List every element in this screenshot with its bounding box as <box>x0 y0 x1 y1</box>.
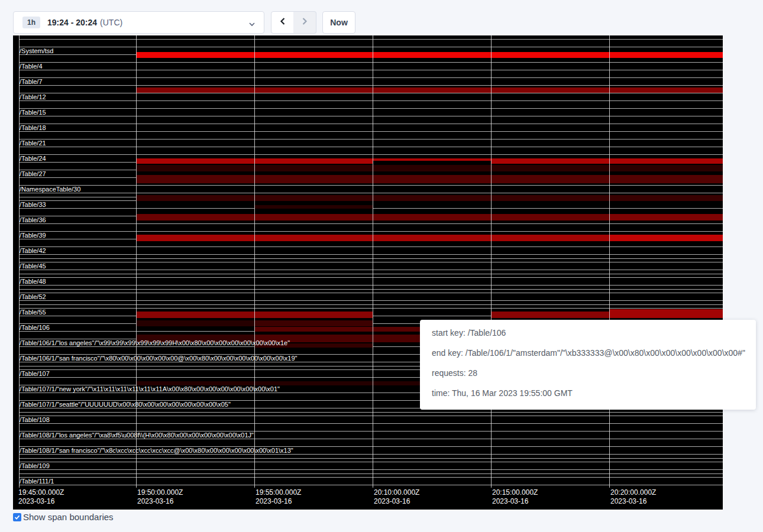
tooltip-start-key: start key: /Table/106 <box>432 327 744 339</box>
heatmap-band <box>254 205 373 209</box>
time-gridline <box>136 35 137 488</box>
span-boundary-line <box>19 462 723 462</box>
span-boundary-line <box>19 246 723 247</box>
span-boundary-line <box>19 39 723 40</box>
span-boundary-line <box>19 254 723 255</box>
span-label: /Table/33 <box>20 202 46 208</box>
now-button[interactable]: Now <box>322 11 355 34</box>
heatmap-band <box>373 161 491 164</box>
tooltip-end-key: end key: /Table/106/1/"amsterdam"/"\xb33… <box>432 347 744 359</box>
span-label: /Table/18 <box>20 125 46 131</box>
time-gridline <box>491 35 492 488</box>
key-visualizer-heatmap[interactable]: /System/tsd/Table/4/Table/7/Table/12/Tab… <box>13 35 723 510</box>
time-axis-date: 2023-03-16 <box>18 497 54 505</box>
time-range-duration-badge: 1h <box>22 17 40 28</box>
span-boundary-line <box>19 458 723 459</box>
span-boundary-line <box>19 231 723 232</box>
span-boundary-line <box>19 131 723 132</box>
heatmap-band <box>609 235 723 241</box>
span-label: /Table/106 <box>20 325 50 331</box>
span-boundary-line <box>19 412 723 413</box>
span-boundary-line <box>19 308 723 309</box>
span-label: /Table/111/1 <box>20 478 54 485</box>
heatmap-band <box>136 87 723 93</box>
time-gridline <box>609 35 610 488</box>
span-label: /Table/108/1/"san francisco"/"\x8c\xcc\x… <box>20 447 293 454</box>
time-prev-button[interactable] <box>271 11 294 34</box>
span-label: /Table/42 <box>20 248 46 254</box>
tooltip-time: time: Thu, 16 Mar 2023 19:55:00 GMT <box>432 387 744 399</box>
span-boundary-line <box>19 93 723 93</box>
span-label: /Table/107/1/"seattle"/"UUUUUUD\x00\x80\… <box>20 401 231 408</box>
span-label: /NamespaceTable/30 <box>20 186 80 193</box>
span-boundary-line <box>19 285 723 286</box>
span-boundary-line <box>19 439 723 439</box>
span-boundary-line <box>19 193 723 193</box>
span-label: /Table/7 <box>20 79 43 85</box>
span-boundary-line <box>19 270 723 270</box>
heatmap-band <box>136 175 723 183</box>
time-range-text: 19:24 - 20:24 <box>47 18 97 27</box>
heatmap-band <box>136 195 723 201</box>
span-boundary-line <box>19 289 723 290</box>
span-label: /Table/108/1/"los angeles"/"\xa8\xf5\u00… <box>20 432 254 439</box>
span-boundary-line <box>19 473 723 474</box>
time-axis-time: 19:55:00.000Z <box>256 488 301 497</box>
span-boundary-line <box>19 477 723 478</box>
span-boundary-line <box>19 124 723 124</box>
show-span-boundaries-checkbox[interactable] <box>13 513 21 521</box>
span-label: /Table/21 <box>20 140 46 147</box>
span-label: /Table/106/1/"san francisco"/"\x80\x00\x… <box>20 355 298 362</box>
time-axis-date: 2023-03-16 <box>137 497 173 505</box>
span-label: /System/tsd <box>20 48 53 54</box>
tooltip-requests: requests: 28 <box>432 367 744 379</box>
span-boundary-line <box>19 70 723 70</box>
span-label: /Table/107 <box>20 371 50 377</box>
span-boundary-line <box>19 85 723 86</box>
time-axis-date: 2023-03-16 <box>492 497 528 505</box>
show-span-boundaries-label: Show span boundaries <box>23 512 114 522</box>
span-boundary-line <box>19 77 723 78</box>
time-next-button[interactable] <box>293 11 316 34</box>
heatmap-band <box>136 320 254 326</box>
span-boundary-line <box>19 139 723 140</box>
span-boundary-line <box>19 185 723 186</box>
time-axis-date: 2023-03-16 <box>610 497 646 505</box>
time-axis-date: 2023-03-16 <box>256 497 292 505</box>
time-gridline <box>373 35 373 488</box>
span-boundary-line <box>19 223 723 224</box>
span-label: /Table/15 <box>20 109 46 116</box>
span-boundary-line <box>19 258 723 259</box>
span-label: /Table/4 <box>20 63 43 70</box>
span-boundary-line <box>19 147 723 147</box>
time-axis-time: 19:50:00.000Z <box>137 488 183 497</box>
span-boundaries-row: Show span boundaries <box>13 512 114 522</box>
time-range-select[interactable]: 1h 19:24 - 20:24 (UTC) <box>13 11 264 34</box>
span-boundary-line <box>19 469 723 470</box>
span-label: /Table/45 <box>20 263 46 270</box>
heatmap-band <box>609 309 723 318</box>
span-boundary-line <box>19 154 723 155</box>
span-boundary-line <box>19 416 723 416</box>
chevron-right-icon <box>300 17 309 28</box>
heatmap-band <box>491 312 609 318</box>
span-boundary-line <box>19 47 723 47</box>
time-gridline <box>254 35 255 488</box>
span-label: /Table/36 <box>20 217 46 223</box>
time-axis-time: 20:15:00.000Z <box>492 488 538 497</box>
span-label: /Table/39 <box>20 232 46 239</box>
span-label: /Table/109 <box>20 463 50 469</box>
heatmap-band <box>136 52 723 58</box>
chevron-left-icon <box>279 17 287 28</box>
time-axis-time: 20:20:00.000Z <box>610 488 656 497</box>
span-boundary-line <box>19 304 723 305</box>
time-axis-time: 19:45:00.000Z <box>18 488 64 497</box>
span-boundary-line <box>19 293 723 293</box>
span-boundary-line <box>19 277 723 278</box>
span-boundary-line <box>19 262 723 262</box>
span-label: /Table/55 <box>20 309 46 316</box>
span-label: /Table/24 <box>20 155 46 162</box>
span-boundary-line <box>19 274 723 274</box>
time-axis-time: 20:10:00.000Z <box>374 488 419 497</box>
chevron-down-icon <box>248 20 256 30</box>
